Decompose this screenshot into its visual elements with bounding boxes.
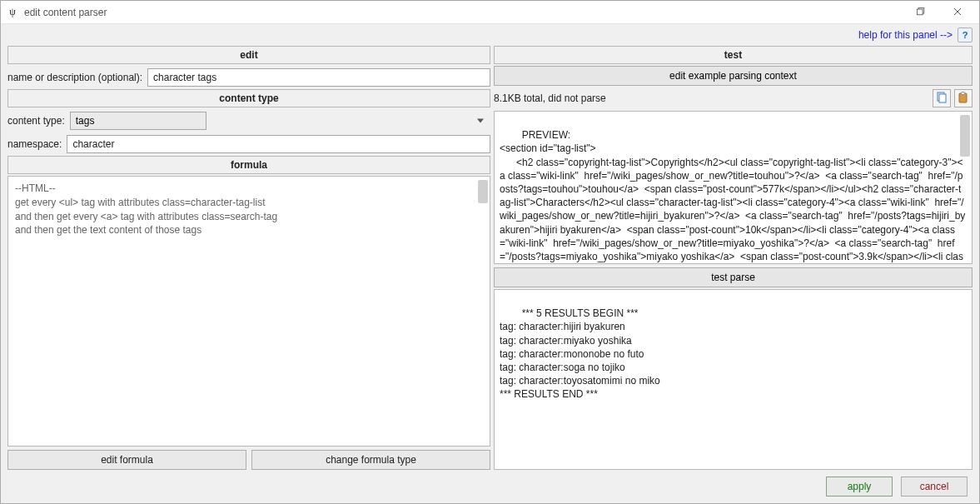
- app-icon: ψ: [6, 6, 19, 19]
- apply-button[interactable]: apply: [826, 477, 893, 497]
- paste-button[interactable]: [954, 89, 973, 107]
- help-link[interactable]: help for this panel -->: [858, 29, 953, 41]
- results-text: *** 5 RESULTS BEGIN *** tag: character:h…: [500, 307, 660, 400]
- svg-rect-3: [939, 94, 946, 102]
- formula-header: formula: [7, 156, 490, 174]
- status-text: 8.1KB total, did not parse: [494, 92, 929, 104]
- name-row: name or description (optional):: [7, 68, 490, 87]
- cancel-button[interactable]: cancel: [901, 477, 968, 497]
- edit-header: edit: [7, 46, 490, 64]
- copy-icon: [936, 92, 948, 106]
- restore-button[interactable]: [903, 1, 939, 24]
- edit-panel: edit name or description (optional): con…: [7, 46, 490, 470]
- restore-icon: [917, 7, 925, 18]
- titlebar: ψ edit content parser: [1, 1, 979, 24]
- content-type-select-wrap[interactable]: [70, 112, 490, 130]
- svg-rect-1: [917, 9, 923, 15]
- scrollbar-thumb[interactable]: [478, 180, 488, 203]
- scrollbar-thumb[interactable]: [960, 115, 970, 157]
- test-panel: test edit example parsing context 8.1KB …: [494, 46, 973, 470]
- edit-context-button[interactable]: edit example parsing context: [494, 66, 973, 86]
- test-parse-button[interactable]: test parse: [494, 267, 973, 287]
- test-header: test: [494, 46, 973, 64]
- dialog-footer: apply cancel: [1, 475, 979, 503]
- help-icon[interactable]: ?: [958, 27, 973, 42]
- close-button[interactable]: [939, 1, 976, 24]
- change-formula-type-button[interactable]: change formula type: [251, 450, 490, 470]
- close-icon: [953, 7, 962, 18]
- formula-display: --HTML-- get every <ul> tag with attribu…: [7, 176, 490, 447]
- preview-box[interactable]: PREVIEW: <section id="tag-list"> <h2 cla…: [494, 111, 973, 264]
- status-row: 8.1KB total, did not parse: [494, 89, 973, 107]
- namespace-row: namespace:: [7, 135, 490, 153]
- content-type-select[interactable]: [70, 112, 206, 130]
- paste-icon: [958, 92, 969, 106]
- name-label: name or description (optional):: [7, 72, 142, 83]
- namespace-label: namespace:: [7, 138, 62, 150]
- window-title: edit content parser: [24, 7, 107, 18]
- edit-formula-button[interactable]: edit formula: [7, 450, 246, 470]
- formula-text: --HTML-- get every <ul> tag with attribu…: [15, 182, 277, 236]
- content-type-label: content type:: [7, 115, 65, 127]
- content-type-row: content type:: [7, 112, 490, 130]
- dialog-body: edit name or description (optional): con…: [1, 46, 979, 475]
- namespace-input[interactable]: [67, 135, 490, 153]
- name-input[interactable]: [147, 68, 490, 87]
- preview-text: PREVIEW: <section id="tag-list"> <h2 cla…: [500, 129, 965, 264]
- svg-rect-5: [962, 92, 965, 94]
- help-row: help for this panel --> ?: [1, 24, 979, 46]
- content-type-header: content type: [7, 89, 490, 107]
- copy-button[interactable]: [933, 89, 951, 107]
- dialog-window: ψ edit content parser help for this pane…: [0, 0, 980, 504]
- results-box[interactable]: *** 5 RESULTS BEGIN *** tag: character:h…: [494, 289, 973, 470]
